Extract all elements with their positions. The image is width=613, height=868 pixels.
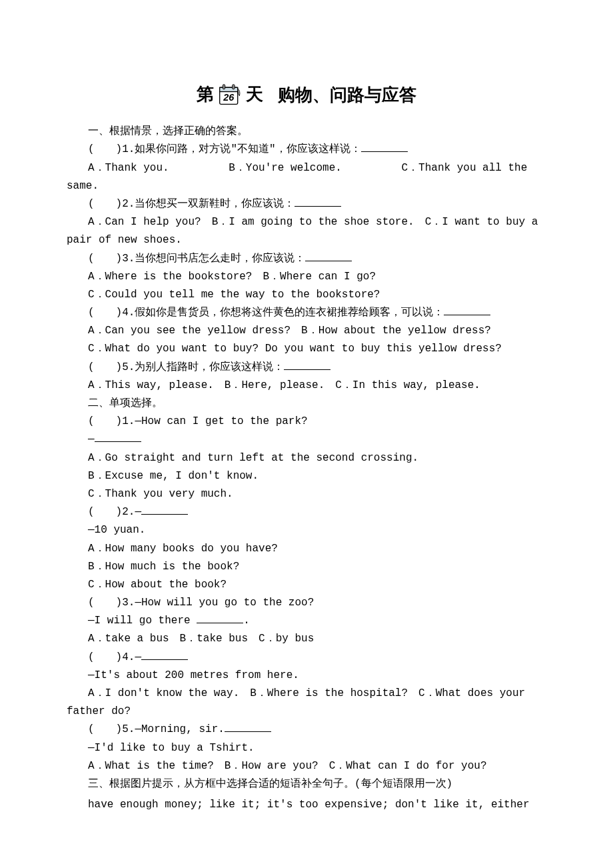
s2-q2-c: C．How about the book? [67, 576, 546, 594]
blank [141, 649, 188, 660]
s1-q5-stem-text: ( )5.为别人指路时，你应该这样说： [88, 361, 284, 373]
s2-q1-dash: — [67, 431, 546, 449]
s2-q5-stem-text: ( )5.—Morning, sir. [88, 723, 225, 735]
worksheet-page: 第 26 天 购物、问路与应答 一、根据情景，选择正确的答案。 ( )1.如果你… [0, 0, 613, 868]
s1-q5-stem: ( )5.为别人指路时，你应该这样说： [67, 359, 546, 377]
s1-q2-opts: A．Can I help you? B．I am going to the sh… [67, 213, 546, 249]
s2-q1-a: A．Go straight and turn left at the secon… [67, 449, 546, 467]
s2-q3-reply-pre: —I will go there [88, 615, 197, 627]
blank [444, 304, 490, 315]
svg-rect-3 [233, 85, 235, 89]
s2-q1-dash-text: — [88, 433, 95, 445]
s2-q4-reply: —It's about 200 metres from here. [67, 667, 546, 685]
title-prefix: 第 [197, 80, 214, 109]
s1-q1-opts: A．Thank you. B．You're welcome. C．Thank y… [67, 159, 546, 195]
s1-q1-a: A．Thank you. [88, 162, 169, 174]
s2-q5-stem: ( )5.—Morning, sir. [67, 721, 546, 739]
s1-q4-line2: C．What do you want to buy? Do you want t… [67, 340, 546, 358]
s2-q1-stem: ( )1.—How can I get to the park? [67, 413, 546, 431]
section3-box: have enough money; like it; it's too exp… [88, 796, 546, 814]
s1-q3-line2: C．Could you tell me the way to the books… [67, 286, 546, 304]
s2-q1-c: C．Thank you very much. [67, 485, 546, 503]
s2-q4-opts: A．I don't know the way. B．Where is the h… [67, 685, 546, 721]
s2-q2-a: A．How many books do you have? [67, 540, 546, 558]
s1-q1-stem: ( )1.如果你问路，对方说"不知道"，你应该这样说： [67, 141, 546, 159]
s1-q1-stem-text: ( )1.如果你问路，对方说"不知道"，你应该这样说： [88, 143, 361, 155]
blank [197, 612, 243, 623]
s2-q4-stem-text: ( )4.— [88, 651, 141, 663]
s2-q4-stem: ( )4.— [67, 649, 546, 667]
s2-q5-opts: A．What is the time? B．How are you? C．Wha… [67, 757, 546, 775]
s1-q1-b: B．You're welcome. [229, 162, 342, 174]
title-suffix: 天 [246, 80, 263, 109]
blank [284, 359, 330, 370]
s1-q3-stem-text: ( )3.当你想问书店怎么走时，你应该说： [88, 253, 305, 265]
s2-q3-reply-post: . [243, 615, 250, 627]
s1-q4-stem-text: ( )4.假如你是售货员，你想将这件黄色的连衣裙推荐给顾客，可以说： [88, 307, 444, 319]
s1-q4-stem: ( )4.假如你是售货员，你想将这件黄色的连衣裙推荐给顾客，可以说： [67, 304, 546, 322]
blank [141, 503, 188, 515]
blank [361, 141, 408, 152]
blank [95, 431, 141, 442]
page-title: 第 26 天 购物、问路与应答 [67, 80, 546, 109]
s1-q2-stem-text: ( )2.当你想买一双新鞋时，你应该说： [88, 198, 295, 210]
blank [295, 195, 341, 207]
svg-rect-1 [220, 87, 238, 91]
s2-q2-stem: ( )2.— [67, 503, 546, 521]
s2-q2-stem-text: ( )2.— [88, 506, 141, 518]
blank [305, 250, 352, 261]
s1-q3-line1: A．Where is the bookstore? B．Where can I … [67, 268, 546, 286]
section2-heading: 二、单项选择。 [67, 395, 546, 413]
s2-q2-reply: —10 yuan. [67, 521, 546, 539]
s1-q2-stem: ( )2.当你想买一双新鞋时，你应该说： [67, 195, 546, 213]
s2-q2-b: B．How much is the book? [67, 558, 546, 576]
title-topic: 购物、问路与应答 [278, 80, 416, 109]
svg-rect-2 [223, 85, 225, 89]
s2-q3-stem: ( )3.—How will you go to the zoo? [67, 594, 546, 612]
calendar-day-icon: 26 [218, 83, 242, 107]
day-number: 26 [223, 92, 235, 103]
s1-q4-line1: A．Can you see the yellow dress? B．How ab… [67, 322, 546, 340]
s1-q3-stem: ( )3.当你想问书店怎么走时，你应该说： [67, 250, 546, 268]
s1-q5-opts: A．This way, please. B．Here, please. C．In… [67, 377, 546, 395]
s2-q3-opts: A．take a bus B．take bus C．by bus [67, 630, 546, 648]
section1-heading: 一、根据情景，选择正确的答案。 [67, 123, 546, 141]
blank [225, 721, 271, 732]
s2-q1-b: B．Excuse me, I don't know. [67, 467, 546, 485]
s2-q3-reply: —I will go there . [67, 612, 546, 630]
section3-heading: 三、根据图片提示，从方框中选择合适的短语补全句子。(每个短语限用一次) [67, 775, 546, 793]
s2-q5-reply: —I'd like to buy a T­shirt. [67, 739, 546, 757]
